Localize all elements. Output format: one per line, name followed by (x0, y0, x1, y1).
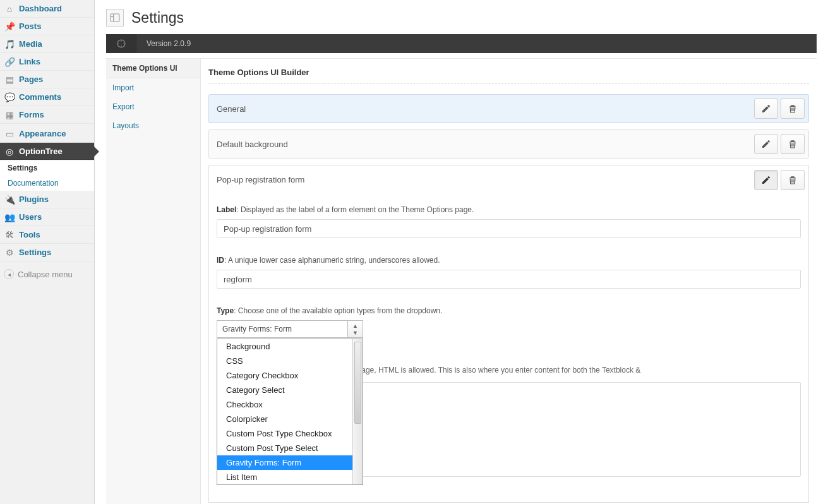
delete-button[interactable] (781, 134, 805, 154)
collapse-icon: ◂ (4, 269, 14, 279)
svg-rect-0 (111, 14, 119, 21)
edit-button[interactable] (754, 99, 778, 119)
dropdown-scrollbar[interactable] (352, 339, 363, 484)
type-option[interactable]: Category Checkbox (217, 368, 352, 383)
type-select[interactable]: Gravity Forms: Form ▲▼ BackgroundCSSCate… (217, 320, 363, 338)
id-input[interactable] (217, 270, 801, 289)
type-option[interactable]: Colorpicker (217, 412, 352, 426)
field-type: Type: Choose one of the available option… (217, 306, 801, 477)
menu-label: Tools (19, 230, 40, 239)
menu-comments[interactable]: 💬 Comments (0, 88, 94, 106)
section-editor: Label: Displayed as the label of a form … (208, 194, 809, 503)
field-label-desc: : Displayed as the label of a form eleme… (236, 205, 474, 214)
field-type-desc: : Choose one of the available option typ… (234, 306, 442, 315)
field-type-name: Type (217, 306, 234, 315)
submenu-documentation[interactable]: Documentation (0, 176, 94, 191)
type-option[interactable]: Gravity Forms: Form (217, 455, 352, 470)
builder-panel: Theme Options UI Builder General (201, 59, 817, 504)
type-option[interactable]: Custom Post Type Checkbox (217, 426, 352, 441)
field-id-desc: : A unique lower case alphanumeric strin… (224, 256, 440, 265)
optiontree-icon: ◎ (4, 146, 15, 157)
field-label-name: Label (217, 205, 236, 214)
type-option[interactable]: List Item (217, 470, 352, 484)
menu-users[interactable]: 👥 Users (0, 208, 94, 226)
menu-posts[interactable]: 📌 Posts (0, 18, 94, 35)
menu-collapse[interactable]: ◂ Collapse menu (0, 265, 94, 283)
builder-heading: Theme Options UI Builder (208, 68, 809, 84)
menu-label: OptionTree (19, 147, 63, 156)
menu-settings[interactable]: ⚙ Settings (0, 244, 94, 261)
section-row-popup[interactable]: Pop-up registration form (208, 165, 809, 194)
chevron-updown-icon: ▲▼ (347, 321, 363, 337)
section-row-general[interactable]: General (208, 94, 809, 123)
type-option[interactable]: Checkbox (217, 397, 352, 412)
menu-label: Dashboard (19, 4, 62, 13)
menu-label: Appearance (19, 129, 66, 138)
field-id-name: ID (217, 256, 224, 265)
section-title: General (217, 104, 754, 114)
subnav: Theme Options UI Import Export Layouts (106, 59, 201, 504)
menu-label: Plugins (19, 195, 49, 204)
section-title: Pop-up registration form (217, 175, 754, 184)
page-title: Settings (131, 9, 184, 27)
version-text: Version 2.0.9 (136, 39, 191, 48)
field-id: ID: A unique lower case alphanumeric str… (217, 256, 801, 289)
menu-media[interactable]: 🎵 Media (0, 35, 94, 53)
optiontree-submenu: Settings Documentation (0, 160, 94, 191)
type-dropdown: BackgroundCSSCategory CheckboxCategory S… (217, 339, 363, 485)
subnav-import[interactable]: Import (106, 78, 200, 97)
menu-label: Links (19, 57, 40, 66)
menu-label: Forms (19, 110, 44, 119)
menu-links[interactable]: 🔗 Links (0, 53, 94, 71)
admin-sidebar: ⌂ Dashboard 📌 Posts 🎵 Media 🔗 Links ▤ Pa… (0, 0, 95, 504)
delete-button[interactable] (781, 99, 805, 119)
subnav-group: Theme Options UI (106, 59, 200, 78)
comment-icon: 💬 (4, 92, 15, 103)
tools-icon: 🛠 (4, 229, 15, 241)
subnav-layouts[interactable]: Layouts (106, 116, 200, 135)
menu-label: Comments (19, 92, 61, 102)
edit-button[interactable] (754, 170, 778, 190)
link-icon: 🔗 (4, 56, 15, 68)
appearance-icon: ▭ (4, 128, 15, 140)
optiontree-logo-icon (106, 34, 136, 53)
menu-label: Collapse menu (18, 270, 73, 279)
submenu-settings[interactable]: Settings (0, 160, 94, 176)
menu-dashboard[interactable]: ⌂ Dashboard (0, 0, 94, 18)
version-bar: Version 2.0.9 (106, 34, 817, 53)
section-title: Default background (217, 140, 754, 149)
menu-pages[interactable]: ▤ Pages (0, 71, 94, 88)
scrollbar-grip[interactable] (354, 342, 361, 424)
menu-appearance[interactable]: ▭ Appearance (0, 125, 94, 143)
menu-tools[interactable]: 🛠 Tools (0, 226, 94, 244)
submenu-label: Documentation (8, 179, 59, 188)
delete-button[interactable] (781, 170, 805, 190)
type-select-value: Gravity Forms: Form (217, 321, 347, 337)
pin-icon: 📌 (4, 21, 15, 32)
type-option[interactable]: Category Select (217, 383, 352, 397)
forms-icon: ▦ (4, 109, 15, 121)
menu-forms[interactable]: ▦ Forms (0, 106, 94, 124)
section-row-default-bg[interactable]: Default background (208, 129, 809, 159)
menu-label: Settings (19, 248, 51, 257)
plugin-icon: 🔌 (4, 194, 15, 205)
field-label: Label: Displayed as the label of a form … (217, 205, 801, 238)
menu-label: Users (19, 212, 42, 222)
type-option[interactable]: Background (217, 339, 352, 354)
subnav-export[interactable]: Export (106, 97, 200, 116)
page-settings-icon (106, 9, 124, 27)
type-option[interactable]: Custom Post Type Select (217, 441, 352, 455)
menu-label: Pages (19, 75, 43, 84)
submenu-label: Settings (8, 164, 37, 172)
menu-label: Media (19, 39, 42, 49)
type-option[interactable]: CSS (217, 354, 352, 368)
media-icon: 🎵 (4, 39, 15, 50)
page-icon: ▤ (4, 74, 15, 85)
settings-icon: ⚙ (4, 247, 15, 258)
menu-label: Posts (19, 21, 41, 31)
edit-button[interactable] (754, 134, 778, 154)
label-input[interactable] (217, 219, 801, 238)
users-icon: 👥 (4, 212, 15, 223)
menu-optiontree[interactable]: ◎ OptionTree (0, 143, 94, 160)
menu-plugins[interactable]: 🔌 Plugins (0, 191, 94, 208)
